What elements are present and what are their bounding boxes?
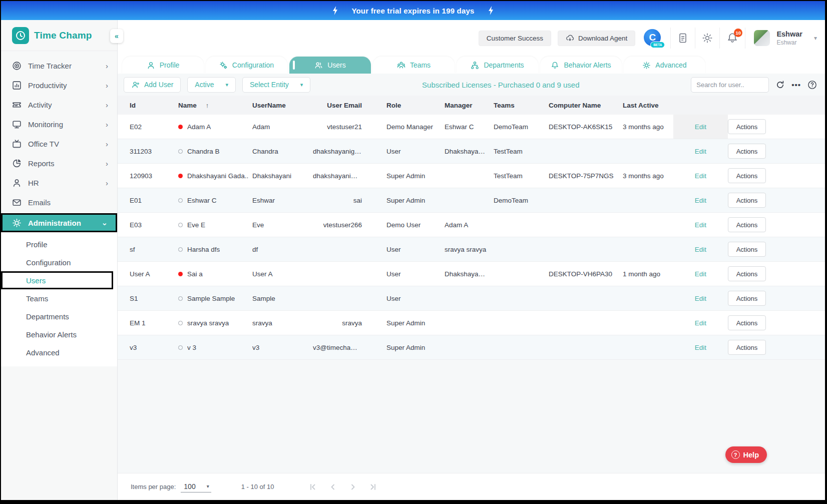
table-row[interactable]: v3 v 3 v3 v3@timechamp…. Super Admin Edi… [118, 335, 825, 360]
tab-advanced[interactable]: Advanced [624, 57, 705, 74]
cell-user-email: sai [313, 197, 363, 204]
edit-link[interactable]: Edit [695, 246, 706, 253]
cell-user-email: vtestuser21 [313, 123, 363, 131]
edit-link[interactable]: Edit [695, 172, 706, 180]
actions-button[interactable]: Actions [728, 144, 766, 159]
sidebar-item-productivity[interactable]: Productivity › [1, 76, 117, 95]
add-user-button[interactable]: Add User [124, 77, 181, 93]
user-menu[interactable]: Eshwar Eshwar [776, 30, 802, 46]
submenu-item-departments[interactable]: Departments [1, 307, 117, 325]
status-filter-dropdown[interactable]: Active ▾ [187, 77, 236, 93]
tab-configuration[interactable]: Configuration [206, 57, 287, 74]
search-input[interactable] [691, 77, 769, 93]
download-agent-button[interactable]: Download Agent [558, 31, 635, 46]
first-page-icon[interactable] [308, 482, 317, 491]
sidebar-item-monitoring[interactable]: Monitoring › [1, 115, 117, 134]
actions-button[interactable]: Actions [728, 217, 766, 232]
chevron-down-icon[interactable]: ▾ [814, 35, 817, 42]
cell-computer-name: DESKTOP-AK6SK15 [549, 123, 623, 131]
sidebar-item-office-tv[interactable]: Office TV › [1, 134, 117, 154]
edit-link[interactable]: Edit [695, 197, 706, 204]
edit-link[interactable]: Edit [695, 344, 706, 351]
tab-teams[interactable]: Teams [373, 57, 455, 74]
cell-name: Sai a [178, 270, 252, 278]
submenu-item-configuration[interactable]: Configuration [1, 253, 117, 271]
edit-link[interactable]: Edit [695, 221, 706, 229]
submenu-item-behavior-alerts[interactable]: Behavior Alerts [1, 325, 117, 343]
edit-link[interactable]: Edit [695, 270, 706, 278]
table-row[interactable]: S1 Sample Sample Sample User Edit Action… [118, 286, 825, 311]
cell-name: Harsha dfs [178, 246, 252, 253]
sidebar-item-time-tracker[interactable]: Time Tracker › [1, 56, 117, 76]
tab-profile[interactable]: Profile [122, 57, 204, 74]
edit-link[interactable]: Edit [695, 148, 706, 155]
sidebar-item-reports[interactable]: Reports › [1, 154, 117, 173]
edit-link[interactable]: Edit [695, 123, 706, 131]
submenu-item-profile[interactable]: Profile [1, 235, 117, 253]
col-header-username[interactable]: UserName [252, 102, 313, 109]
settings-gear-icon[interactable] [702, 33, 713, 44]
actions-button[interactable]: Actions [728, 242, 766, 257]
user-avatar[interactable] [754, 30, 770, 46]
table-row[interactable]: User A Sai a User A User Dhakshayani Ga…… [118, 262, 825, 286]
team-icon [397, 61, 405, 70]
cell-last-active: 3 months ago [623, 123, 673, 131]
entity-filter-dropdown[interactable]: Select Entity ▾ [242, 77, 310, 93]
actions-button[interactable]: Actions [728, 168, 766, 183]
chat-widget-icon[interactable]: C BETA [644, 29, 662, 47]
notifications-bell-icon[interactable]: 10 [726, 32, 738, 44]
customer-success-button[interactable]: Customer Success [479, 31, 551, 46]
table-row[interactable]: EM 1 sravya sravya sravya sravya Super A… [118, 311, 825, 335]
sort-ascending-icon[interactable]: ↑ [206, 102, 209, 109]
last-page-icon[interactable] [368, 482, 377, 491]
cell-role: Super Admin [386, 197, 445, 204]
actions-button[interactable]: Actions [728, 340, 766, 355]
help-circle-icon[interactable] [807, 80, 817, 90]
col-header-user-email[interactable]: User Email [313, 102, 363, 109]
table-row[interactable]: 120903 Dhakshayani Gada.. Dhakshayani dh… [118, 164, 825, 188]
sidebar-collapse-button[interactable]: « [110, 29, 123, 43]
edit-link[interactable]: Edit [695, 319, 706, 327]
col-header-role[interactable]: Role [386, 102, 445, 109]
document-icon[interactable] [677, 33, 688, 44]
sidebar-item-activity[interactable]: Activity › [1, 95, 117, 115]
items-per-page-select[interactable]: 100 ▾ [181, 481, 211, 492]
col-header-teams[interactable]: Teams [494, 102, 549, 109]
tab-behavior-alerts[interactable]: Behavior Alerts [540, 57, 622, 74]
sidebar-item-hr[interactable]: HR › [1, 173, 117, 193]
col-header-id[interactable]: Id [130, 102, 178, 109]
tab-users[interactable]: Users [289, 57, 371, 74]
previous-page-icon[interactable] [328, 482, 337, 491]
submenu-item-advanced[interactable]: Advanced [1, 343, 117, 361]
actions-button[interactable]: Actions [728, 266, 766, 281]
cell-computer-name: DESKTOP-75P7NGS [549, 172, 623, 180]
refresh-icon[interactable] [775, 80, 785, 90]
help-button[interactable]: ? Help [725, 446, 767, 463]
table-row[interactable]: E03 Eve E Eve vtestuser266 Demo User Ada… [118, 213, 825, 237]
table-row[interactable]: 311203 Chandra B Chandra dhakshayanigad…… [118, 139, 825, 164]
edit-cell: Edit [673, 311, 728, 335]
actions-button[interactable]: Actions [728, 193, 766, 208]
col-header-manager[interactable]: Manager [445, 102, 494, 109]
col-header-last-active[interactable]: Last Active [623, 102, 673, 109]
advanced-gear-icon [642, 61, 651, 70]
edit-link[interactable]: Edit [695, 295, 706, 302]
submenu-item-teams[interactable]: Teams [1, 289, 117, 307]
actions-cell: Actions [728, 217, 770, 232]
tab-departments[interactable]: Departments [457, 57, 538, 74]
actions-button[interactable]: Actions [728, 315, 766, 330]
next-page-icon[interactable] [348, 482, 357, 491]
sidebar-item-administration[interactable]: Administration ⌄ [1, 213, 117, 232]
actions-button[interactable]: Actions [728, 291, 766, 306]
cell-username: Chandra [252, 148, 313, 155]
more-options-icon[interactable]: ••• [791, 81, 801, 89]
table-row[interactable]: sf Harsha dfs df User sravya sravya Edit… [118, 237, 825, 262]
submenu-item-users[interactable]: Users [1, 271, 113, 289]
status-dot [178, 272, 183, 276]
col-header-name[interactable]: Name ↑ [178, 102, 252, 109]
actions-button[interactable]: Actions [728, 119, 766, 134]
table-row[interactable]: E02 Adam A Adam vtestuser21 Demo Manager… [118, 115, 825, 139]
table-row[interactable]: E01 Eshwar C Eshwar sai Super Admin Demo… [118, 188, 825, 213]
sidebar-item-emails[interactable]: Emails [1, 193, 117, 212]
col-header-computer-name[interactable]: Computer Name [549, 102, 623, 109]
